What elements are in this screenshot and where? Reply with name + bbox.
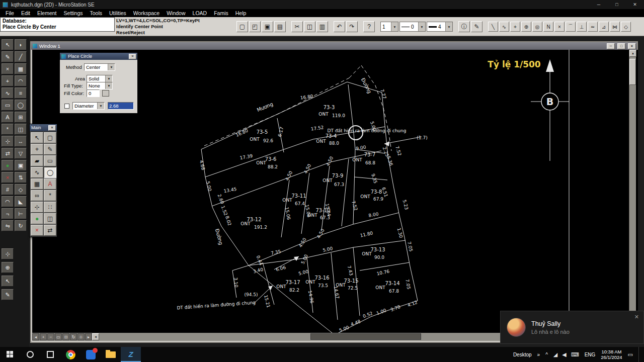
tray-expand-caret[interactable]: ^ — [545, 352, 548, 357]
arc-tool[interactable]: ◠ — [15, 75, 27, 86]
eyedropper-tool[interactable]: ◗ — [15, 39, 27, 50]
area-dropdown[interactable]: Solid ▼ — [87, 75, 113, 82]
view-next-icon[interactable]: ▸ — [85, 333, 92, 340]
chrome-taskbar-button[interactable] — [60, 347, 80, 362]
delete-tool[interactable]: × — [31, 225, 43, 236]
origin-tool[interactable]: ⊕ — [2, 262, 14, 273]
curve-tool[interactable]: ∿ — [2, 87, 14, 99]
point-tool[interactable]: + — [31, 144, 43, 155]
menu-item-famis[interactable]: Famis — [210, 10, 232, 16]
tag-tool[interactable]: ⊞ — [15, 112, 27, 123]
change-attr-tool[interactable]: ⇄ — [2, 148, 14, 159]
fill-color-swatch[interactable] — [102, 90, 109, 97]
multiline-tool[interactable]: ≡ — [15, 87, 27, 99]
fill-type-dropdown[interactable]: None ▼ — [87, 82, 113, 89]
copy-icon[interactable]: ◫ — [304, 21, 315, 32]
menu-item-utilities[interactable]: Utilities — [106, 10, 130, 16]
array-tool[interactable]: ▣ — [15, 160, 27, 171]
scroll-left-button[interactable]: ◂ — [92, 333, 99, 340]
menu-item-tools[interactable]: Tools — [87, 10, 106, 16]
change-attributes-tool[interactable]: ⇄ — [44, 225, 56, 236]
extend-tool[interactable]: ⊢ — [15, 208, 27, 219]
snap-cross-icon[interactable]: + — [510, 22, 520, 32]
print-icon[interactable]: ▤ — [274, 21, 286, 32]
language-indicator[interactable]: ENG — [585, 352, 596, 357]
cut-icon[interactable]: ✂ — [291, 21, 303, 32]
snap-origin-icon[interactable]: ⊕ — [521, 22, 531, 32]
main-palette-titlebar[interactable]: Main ✕ — [30, 124, 57, 131]
diameter-mode-dropdown[interactable]: Diameter ▼ — [72, 102, 105, 110]
window1-titlebar[interactable]: Window 1 ─ □ ✕ — [31, 42, 637, 50]
snap-nearest-icon[interactable]: N — [543, 22, 553, 32]
chat-app-taskbar-button[interactable] — [80, 347, 101, 362]
new-file-icon[interactable]: ▢ — [236, 21, 248, 32]
render-tool[interactable]: ● — [2, 160, 14, 171]
sketch-tool[interactable]: ✎ — [2, 289, 14, 300]
zoom-out-icon[interactable]: − — [47, 333, 54, 340]
line-tool[interactable]: ╱ — [15, 51, 27, 62]
mirror-tool[interactable]: ⇋ — [2, 220, 14, 231]
redo-icon[interactable]: ↷ — [346, 21, 358, 32]
shape-tool[interactable]: ▭ — [2, 100, 14, 111]
cell-tool[interactable]: * — [2, 124, 14, 135]
diameter-checkbox[interactable] — [64, 104, 69, 109]
chat-notification[interactable]: Thuỷ Sally Lô nhà e lô nào ✕ — [500, 311, 644, 344]
task-view-button[interactable] — [40, 347, 60, 362]
menu-item-help[interactable]: Help — [232, 10, 250, 16]
place-circle-titlebar[interactable]: Place Circle ✕ — [60, 53, 137, 60]
show-desktop-button[interactable] — [638, 347, 641, 362]
window1-maximize-button[interactable]: □ — [617, 43, 625, 49]
snap-diagonal-icon[interactable]: ╲ — [488, 22, 498, 32]
fillet-tool[interactable]: ◠ — [2, 196, 14, 207]
dialog-close-button[interactable]: ✕ — [129, 54, 136, 59]
snap-intersection-icon[interactable]: × — [554, 22, 565, 32]
save-icon[interactable]: ▣ — [262, 21, 273, 32]
notification-close-icon[interactable]: ✕ — [634, 314, 639, 320]
pan-icon[interactable]: ⊹ — [77, 333, 85, 340]
fence-tool[interactable]: ▢ — [44, 132, 56, 143]
fill-color-field[interactable]: 0 — [87, 89, 100, 97]
desktop-label[interactable]: Desktop — [513, 352, 532, 357]
menu-item-element[interactable]: Element — [34, 10, 60, 16]
render-tool[interactable]: ● — [31, 213, 43, 224]
open-file-icon[interactable]: ◰ — [249, 21, 261, 32]
swap-tool[interactable]: ⇅ — [15, 172, 27, 183]
chamfer-tool[interactable]: ◣ — [15, 196, 27, 207]
microstation-taskbar-button[interactable]: Z — [121, 347, 141, 362]
misc-tool[interactable]: ◇ — [15, 184, 27, 195]
window1-close-button[interactable]: ✕ — [628, 43, 636, 49]
cell-tool[interactable]: * — [44, 190, 56, 201]
pattern-tool[interactable]: ▦ — [15, 63, 27, 74]
info-icon[interactable]: ⓘ — [458, 21, 470, 32]
file-explorer-button[interactable] — [101, 347, 121, 362]
copy-tool[interactable]: ◫ — [44, 213, 56, 224]
network-icon[interactable]: ◢ — [553, 351, 557, 358]
delete-tool[interactable]: × — [2, 63, 14, 74]
paste-icon[interactable]: ▥ — [316, 21, 328, 32]
snap-keypoint-icon[interactable]: ◇ — [621, 22, 631, 32]
chain-tool[interactable]: ∞ — [31, 190, 43, 201]
start-button[interactable] — [0, 347, 20, 362]
window1-minimize-button[interactable]: ─ — [607, 43, 615, 49]
point-tool[interactable]: + — [2, 75, 14, 86]
pencil-tool[interactable]: ✎ — [44, 144, 56, 155]
pan-tool[interactable]: ⊹ — [2, 248, 14, 259]
snap-join-icon[interactable]: ⋈ — [610, 22, 620, 32]
measure-tool[interactable]: ⊹ — [31, 202, 43, 213]
image-tool[interactable]: ▰ — [31, 155, 43, 166]
pointer-tool[interactable]: ↖ — [2, 276, 14, 287]
shape-tool[interactable]: ▭ — [44, 155, 56, 166]
snap-tangent-icon[interactable]: ≃ — [588, 22, 598, 32]
dimension-tool[interactable]: ↔ — [15, 136, 27, 147]
menu-item-workspace[interactable]: Workspace — [130, 10, 163, 16]
minimize-button[interactable]: ─ — [590, 0, 608, 9]
drop-tool[interactable]: ▽ — [15, 148, 27, 159]
hatch-tool[interactable]: ▦ — [31, 178, 43, 190]
taskbar-overflow-chevron[interactable]: » — [537, 352, 540, 357]
window-area-icon[interactable]: ▭ — [55, 333, 62, 340]
place-circle-tool[interactable]: ◯ — [44, 167, 56, 178]
group-tool[interactable]: ◫ — [15, 124, 27, 135]
diameter-input[interactable]: 2.68 — [108, 102, 134, 110]
text-tool[interactable]: A — [2, 112, 14, 123]
rotate-tool[interactable]: ↻ — [15, 220, 27, 231]
